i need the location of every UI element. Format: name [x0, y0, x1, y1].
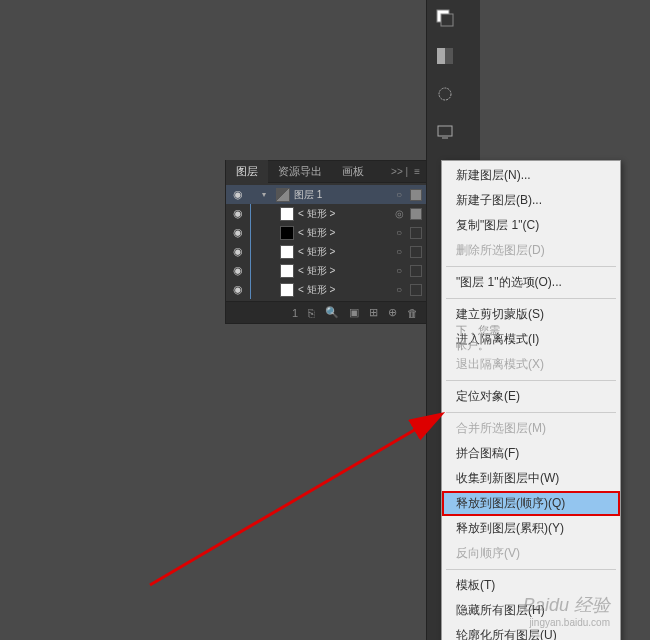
- visibility-icon[interactable]: ◉: [230, 245, 246, 258]
- locate-icon[interactable]: ⎘: [308, 307, 315, 319]
- layer-name[interactable]: < 矩形 >: [298, 245, 388, 259]
- layer-group-row[interactable]: ◉ ▾ 图层 1 ○: [226, 185, 426, 204]
- clipped-background-text: 下，您需 帐户。: [456, 323, 500, 353]
- target-icon[interactable]: ○: [392, 189, 406, 200]
- layer-item-row[interactable]: ◉ < 矩形 > ○: [226, 223, 426, 242]
- menu-item[interactable]: 收集到新图层中(W): [442, 466, 620, 491]
- menu-item: 退出隔离模式(X): [442, 352, 620, 377]
- layer-thumb: [280, 264, 294, 278]
- svg-rect-5: [438, 126, 452, 136]
- watermark: Baidu 经验 jingyan.baidu.com: [523, 593, 610, 628]
- layer-thumb: [280, 226, 294, 240]
- menu-separator: [446, 412, 616, 413]
- menu-separator: [446, 380, 616, 381]
- layer-item-row[interactable]: ◉ < 矩形 > ○: [226, 242, 426, 261]
- annotation-arrow: [140, 405, 470, 595]
- menu-item: 删除所选图层(D): [442, 238, 620, 263]
- layer-thumb: [280, 245, 294, 259]
- layer-thumb: [280, 207, 294, 221]
- target-icon[interactable]: ○: [392, 265, 406, 276]
- watermark-url: jingyan.baidu.com: [523, 617, 610, 628]
- gradient-icon[interactable]: [435, 46, 455, 66]
- svg-point-4: [439, 88, 451, 100]
- layer-thumb: [280, 283, 294, 297]
- target-icon[interactable]: ○: [392, 246, 406, 257]
- menu-item: 合并所选图层(M): [442, 416, 620, 441]
- svg-line-7: [150, 415, 440, 585]
- menu-item[interactable]: 新建图层(N)...: [442, 163, 620, 188]
- menu-item[interactable]: 复制"图层 1"(C): [442, 213, 620, 238]
- target-icon[interactable]: ○: [392, 284, 406, 295]
- layer-context-menu: 新建图层(N)...新建子图层(B)...复制"图层 1"(C)删除所选图层(D…: [441, 160, 621, 640]
- new-layer-icon[interactable]: ⊕: [388, 306, 397, 319]
- layers-body: ◉ ▾ 图层 1 ○ ◉ < 矩形 > ◎ ◉ < 矩形 > ○: [226, 183, 426, 301]
- layer-item-row[interactable]: ◉ < 矩形 > ○: [226, 280, 426, 299]
- panel-flyout[interactable]: >> | ≡: [391, 166, 426, 177]
- visibility-icon[interactable]: ◉: [230, 283, 246, 296]
- menu-item[interactable]: "图层 1"的选项(O)...: [442, 270, 620, 295]
- menu-item[interactable]: 释放到图层(顺序)(Q): [442, 491, 620, 516]
- ellipse-icon[interactable]: [435, 84, 455, 104]
- layer-name[interactable]: < 矩形 >: [298, 207, 388, 221]
- svg-rect-3: [437, 48, 445, 64]
- menu-separator: [446, 266, 616, 267]
- menu-item[interactable]: 定位对象(E): [442, 384, 620, 409]
- layer-name[interactable]: 图层 1: [294, 188, 388, 202]
- selection-indicator[interactable]: [410, 189, 422, 201]
- panel-expand-icon: >> |: [391, 166, 408, 177]
- panel-tabs: 图层 资源导出 画板 >> | ≡: [226, 161, 426, 183]
- layer-count: 1: [292, 307, 298, 319]
- selection-indicator[interactable]: [410, 246, 422, 258]
- panel-footer: 1 ⎘ 🔍 ▣ ⊞ ⊕ 🗑: [226, 301, 426, 323]
- screen-icon[interactable]: [435, 122, 455, 142]
- layer-name[interactable]: < 矩形 >: [298, 226, 388, 240]
- watermark-brand: Baidu 经验: [523, 593, 610, 617]
- svg-rect-1: [441, 14, 453, 26]
- expand-icon[interactable]: ▾: [262, 190, 272, 199]
- delete-icon[interactable]: 🗑: [407, 307, 418, 319]
- menu-item: 反向顺序(V): [442, 541, 620, 566]
- layers-panel: 图层 资源导出 画板 >> | ≡ ◉ ▾ 图层 1 ○ ◉ < 矩形 > ◎ …: [225, 160, 427, 324]
- new-sublayer-icon[interactable]: ⊞: [369, 306, 378, 319]
- visibility-icon[interactable]: ◉: [230, 226, 246, 239]
- tab-layers[interactable]: 图层: [226, 160, 268, 183]
- menu-item[interactable]: 释放到图层(累积)(Y): [442, 516, 620, 541]
- layer-thumb: [276, 188, 290, 202]
- menu-separator: [446, 298, 616, 299]
- visibility-icon[interactable]: ◉: [230, 188, 246, 201]
- layer-item-row[interactable]: ◉ < 矩形 > ◎: [226, 204, 426, 223]
- tab-artboards[interactable]: 画板: [332, 160, 374, 183]
- selection-indicator[interactable]: [410, 265, 422, 277]
- menu-item[interactable]: 新建子图层(B)...: [442, 188, 620, 213]
- target-icon[interactable]: ◎: [392, 208, 406, 219]
- color-swatch-icon[interactable]: [435, 8, 455, 28]
- visibility-icon[interactable]: ◉: [230, 264, 246, 277]
- layer-name[interactable]: < 矩形 >: [298, 283, 388, 297]
- layer-item-row[interactable]: ◉ < 矩形 > ○: [226, 261, 426, 280]
- tab-asset-export[interactable]: 资源导出: [268, 160, 332, 183]
- selection-indicator[interactable]: [410, 227, 422, 239]
- layer-name[interactable]: < 矩形 >: [298, 264, 388, 278]
- visibility-icon[interactable]: ◉: [230, 207, 246, 220]
- selection-indicator[interactable]: [410, 284, 422, 296]
- search-icon[interactable]: 🔍: [325, 306, 339, 319]
- menu-separator: [446, 569, 616, 570]
- target-icon[interactable]: ○: [392, 227, 406, 238]
- mask-icon[interactable]: ▣: [349, 306, 359, 319]
- panel-menu-icon[interactable]: ≡: [414, 166, 420, 177]
- menu-item[interactable]: 拼合图稿(F): [442, 441, 620, 466]
- selection-indicator[interactable]: [410, 208, 422, 220]
